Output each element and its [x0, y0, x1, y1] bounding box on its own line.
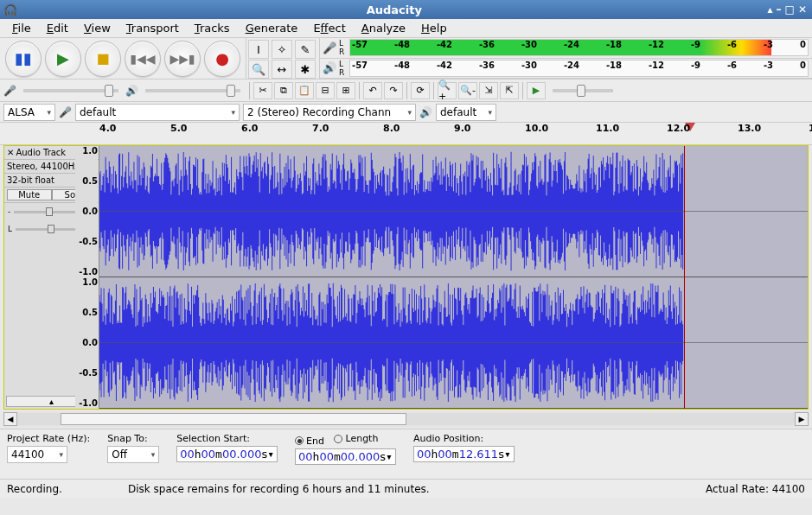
- zoom-tool[interactable]: 🔍: [248, 60, 269, 79]
- play-at-speed-button[interactable]: ▶: [527, 82, 546, 99]
- fit-project-button[interactable]: ⇱: [500, 82, 519, 99]
- menu-help[interactable]: Help: [414, 20, 454, 36]
- paste-button[interactable]: 📋: [295, 82, 314, 99]
- mic-slider-icon: 🎤: [3, 85, 16, 97]
- play-button[interactable]: ▶: [45, 41, 81, 77]
- sync-lock-button[interactable]: ⟳: [411, 82, 430, 99]
- end-radio[interactable]: End: [295, 436, 324, 447]
- speaker-device-icon: 🔊: [419, 106, 432, 118]
- project-rate-label: Project Rate (Hz):: [7, 433, 90, 444]
- output-device-combo[interactable]: default: [436, 104, 496, 121]
- window-maximize-icon[interactable]: □: [785, 3, 795, 16]
- undo-button[interactable]: ↶: [363, 82, 382, 99]
- waveform-display[interactable]: 1.00.50.0-0.5-1.0 1.00.50.0-0.5-1.0: [99, 146, 808, 409]
- project-rate-combo[interactable]: 44100: [7, 446, 67, 463]
- multi-tool[interactable]: ✱: [295, 60, 316, 79]
- timeline-ruler[interactable]: 4.05.06.07.08.09.010.011.012.013.014.0: [0, 123, 812, 145]
- copy-button[interactable]: ⧉: [274, 82, 293, 99]
- horizontal-scrollbar[interactable]: ◀ ▶: [3, 411, 809, 427]
- selection-end-field[interactable]: 00 h 00 m 00.000 s▾: [295, 448, 396, 465]
- length-radio[interactable]: Length: [334, 433, 378, 444]
- snap-to-combo[interactable]: Off: [107, 446, 159, 463]
- selection-start-label: Selection Start:: [176, 433, 278, 444]
- menu-view[interactable]: View: [77, 20, 118, 36]
- meters: 🎤 LR -57-48-42-36-30-24-18-12-9-6-30 🔊 L…: [320, 38, 812, 79]
- waveform-channel-right: 1.00.50.0-0.5-1.0: [99, 277, 808, 409]
- menu-transport[interactable]: Transport: [119, 20, 186, 36]
- audio-host-combo[interactable]: ALSA: [3, 104, 55, 121]
- record-button[interactable]: ●: [204, 41, 240, 77]
- transport-controls: ▮▮ ▶ ■ ▮◀◀ ▶▶▮ ●: [0, 38, 246, 79]
- silence-button[interactable]: ⊞: [336, 82, 355, 99]
- selection-tool[interactable]: I: [248, 40, 269, 59]
- window-title: Audacity: [21, 3, 768, 16]
- output-volume-slider[interactable]: [145, 89, 240, 92]
- device-toolbar: ALSA 🎤 default 2 (Stereo) Recording Chan…: [0, 102, 812, 123]
- timeshift-tool[interactable]: ↔: [272, 60, 292, 79]
- status-disk: Disk space remains for recording 6 hours…: [128, 483, 706, 495]
- pause-button[interactable]: ▮▮: [5, 41, 42, 77]
- draw-tool[interactable]: ✎: [295, 40, 316, 59]
- window-titlebar: 🎧 Audacity ▴ – □ ✕: [0, 0, 812, 19]
- window-minimize-icon[interactable]: –: [777, 3, 782, 16]
- envelope-tool[interactable]: ✧: [272, 40, 292, 59]
- mixer-edit-toolbar: 🎤 🔊 ✂ ⧉ 📋 ⊟ ⊞ ↶ ↷ ⟳ 🔍+ 🔍- ⇲ ⇱ ▶: [0, 79, 812, 102]
- scroll-right-button[interactable]: ▶: [795, 412, 809, 426]
- mic-icon[interactable]: 🎤: [320, 41, 339, 54]
- trim-button[interactable]: ⊟: [316, 82, 335, 99]
- track-area: ✕ Audio Track ▾ Stereo, 44100Hz 32-bit f…: [3, 145, 809, 410]
- fit-selection-button[interactable]: ⇲: [479, 82, 498, 99]
- menu-edit[interactable]: Edit: [40, 20, 75, 36]
- menu-effect[interactable]: Effect: [306, 20, 352, 36]
- skip-start-button[interactable]: ▮◀◀: [125, 41, 161, 77]
- tool-palette: I ✧ ✎ 🔍 ↔ ✱: [246, 38, 320, 79]
- mute-button[interactable]: Mute: [7, 189, 52, 200]
- play-speed-slider[interactable]: [553, 89, 613, 92]
- menu-file[interactable]: File: [5, 20, 38, 36]
- status-rate: Actual Rate: 44100: [706, 483, 805, 495]
- cut-button[interactable]: ✂: [253, 82, 272, 99]
- status-bar: Recording. Disk space remains for record…: [0, 479, 812, 498]
- scroll-left-button[interactable]: ◀: [3, 412, 17, 426]
- input-device-combo[interactable]: default: [75, 104, 240, 121]
- meter-l-label: L: [339, 39, 349, 48]
- meter-r-label: R: [339, 48, 349, 56]
- zoom-out-button[interactable]: 🔍-: [458, 82, 477, 99]
- snap-to-label: Snap To:: [107, 433, 159, 444]
- window-rollup-icon[interactable]: ▴: [768, 3, 773, 16]
- audio-position-field[interactable]: 00 h 00 m 12.611 s▾: [413, 446, 515, 462]
- input-volume-slider[interactable]: [23, 89, 118, 92]
- track-close-icon[interactable]: ✕: [7, 148, 14, 157]
- stop-button[interactable]: ■: [85, 41, 121, 77]
- playhead-line: [684, 146, 685, 409]
- zoom-in-button[interactable]: 🔍+: [438, 82, 457, 99]
- menu-tracks[interactable]: Tracks: [188, 20, 237, 36]
- menu-analyze[interactable]: Analyze: [355, 20, 412, 36]
- scrollbar-thumb[interactable]: [61, 413, 406, 425]
- status-state: Recording.: [7, 483, 128, 495]
- audio-position-label: Audio Position:: [413, 433, 515, 444]
- redo-button[interactable]: ↷: [384, 82, 403, 99]
- skip-end-button[interactable]: ▶▶▮: [164, 41, 201, 77]
- menu-generate[interactable]: Generate: [239, 20, 305, 36]
- mic-device-icon: 🎤: [59, 106, 72, 118]
- output-meter[interactable]: -57-48-42-36-30-24-18-12-9-6-30: [349, 60, 809, 77]
- selection-start-field[interactable]: 00 h 00 m 00.000 s▾: [176, 446, 278, 462]
- main-toolbar: ▮▮ ▶ ■ ▮◀◀ ▶▶▮ ● I ✧ ✎ 🔍 ↔ ✱ 🎤 LR -57-48…: [0, 38, 812, 79]
- waveform-channel-left: 1.00.50.0-0.5-1.0: [99, 146, 808, 277]
- app-icon: 🎧: [3, 3, 17, 16]
- speaker-slider-icon: 🔊: [125, 85, 138, 97]
- window-close-icon[interactable]: ✕: [798, 3, 807, 16]
- input-meter[interactable]: -57-48-42-36-30-24-18-12-9-6-30: [349, 39, 809, 56]
- selection-toolbar: Project Rate (Hz): 44100 Snap To: Off Se…: [0, 429, 812, 479]
- menubar: FileEditViewTransportTracksGenerateEffec…: [0, 19, 812, 38]
- speaker-icon[interactable]: 🔊: [320, 61, 339, 74]
- input-channels-combo[interactable]: 2 (Stereo) Recording Chann: [243, 104, 416, 121]
